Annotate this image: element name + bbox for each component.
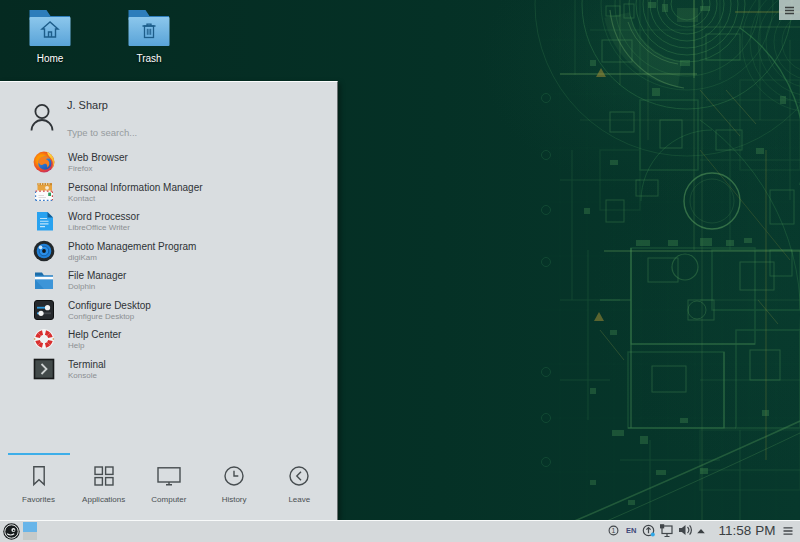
svg-text:1: 1 — [612, 527, 616, 534]
